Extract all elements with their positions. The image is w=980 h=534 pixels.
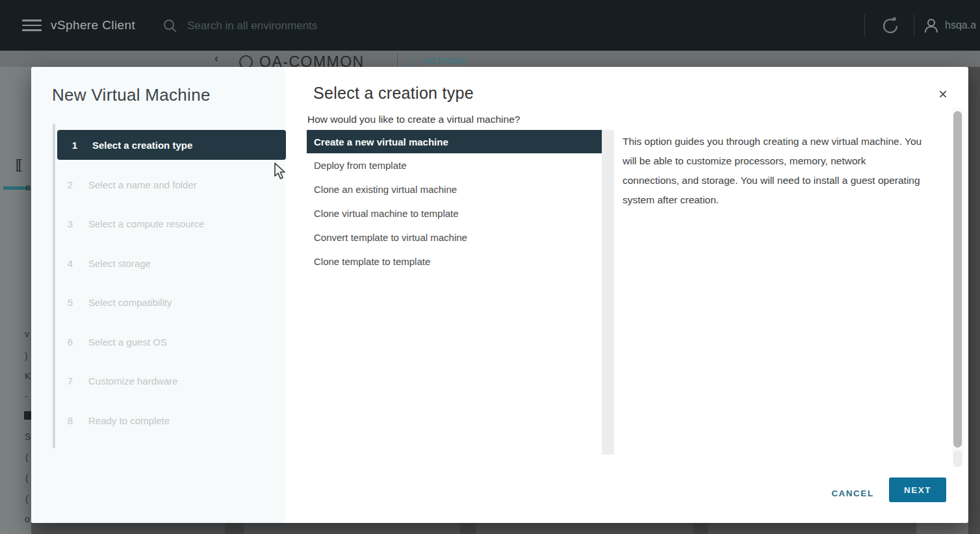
tree-fragment: v (25, 329, 29, 339)
option-convert-template-to-vm[interactable]: Convert template to virtual machine (307, 225, 602, 249)
actions-label: ACTIONS (423, 57, 467, 66)
next-button[interactable]: NEXT (889, 477, 946, 502)
step-label: Select a creation type (92, 140, 192, 151)
object-name: QA-COMMON (259, 53, 365, 67)
dialog-title: New Virtual Machine (52, 85, 211, 105)
kebab-icon: ⋮ (409, 58, 417, 65)
tree-fragment: - (25, 391, 28, 401)
tree-fragment: ( (25, 473, 29, 483)
tree-fragment: ( (25, 452, 29, 463)
step-label: Select compatibility (88, 297, 172, 308)
tree-fragment: ) (25, 351, 28, 361)
tree-fragment: al (25, 181, 31, 192)
wizard-step-7[interactable]: 7 Customize hardware (67, 371, 275, 390)
dialog-scrollbar-thumb[interactable] (953, 111, 962, 448)
step-label: Select a guest OS (88, 337, 167, 348)
option-clone-template-to-template[interactable]: Clone template to template (307, 249, 602, 273)
step-number: 6 (67, 337, 73, 348)
step-label: Select a compute resource (88, 218, 204, 229)
background-table-divider (693, 523, 708, 534)
app-title: vSphere Client (51, 18, 135, 32)
cancel-button[interactable]: CANCEL (823, 481, 883, 505)
dialog-scrollbar-track (952, 107, 964, 461)
step-number: 1 (71, 140, 78, 151)
step-label: Select a name and folder (88, 179, 197, 190)
step-number: 2 (67, 179, 73, 190)
user-menu[interactable]: hsqa.a (923, 17, 980, 34)
wizard-step-4[interactable]: 4 Select storage (67, 253, 275, 273)
search-icon (162, 18, 178, 34)
option-description: This option guides you through creating … (623, 132, 923, 210)
wizard-steps-panel: New Virtual Machine 1 Select a creation … (31, 67, 285, 523)
page-title: Select a creation type (313, 84, 474, 103)
back-chevron-icon[interactable]: ‹ (214, 52, 218, 65)
dimmed-sidebar-remnant: [[ al v ) K - S ( ( ( o n A E (0, 67, 31, 534)
tree-fragment: [[ (16, 157, 21, 172)
step-number: 7 (67, 375, 73, 387)
step-number: 3 (67, 218, 73, 229)
breadcrumb: ‹ QA-COMMON ⋮ ACTIONS (0, 51, 980, 67)
dialog-scrollbar-tail (953, 450, 962, 467)
dimmed-background-bottom (31, 523, 968, 534)
step-label: Select storage (88, 258, 151, 269)
creation-type-list: Create a new virtual machine Deploy from… (307, 130, 602, 273)
refresh-icon[interactable] (879, 14, 902, 38)
wizard-step-3[interactable]: 3 Select a compute resource (67, 214, 275, 233)
step-label: Customize hardware (88, 375, 178, 387)
background-table-divider (460, 523, 476, 534)
search-input[interactable]: Search in all environments (162, 16, 656, 36)
menu-icon[interactable] (22, 19, 42, 31)
wizard-step-5[interactable]: 5 Select compatibility (67, 292, 275, 312)
option-clone-existing-vm[interactable]: Clone an existing virtual machine (307, 177, 602, 201)
option-clone-vm-to-template[interactable]: Clone virtual machine to template (307, 201, 602, 225)
step-label: Ready to complete (88, 415, 170, 426)
topbar-divider (864, 14, 865, 36)
step-number: 8 (67, 415, 73, 426)
tree-fragment: K (25, 371, 31, 381)
wizard-step-2[interactable]: 2 Select a name and folder (67, 175, 275, 194)
wizard-step-1[interactable]: 1 Select a creation type (57, 130, 286, 160)
username: hsqa.a (945, 19, 976, 31)
wizard-step-8[interactable]: 8 Ready to complete (67, 411, 275, 430)
tree-fragment: o (25, 514, 30, 524)
background-table-divider (225, 523, 244, 534)
top-bar: vSphere Client Search in all environment… (0, 0, 980, 51)
tree-fragment: S (25, 431, 31, 442)
new-vm-wizard-dialog: New Virtual Machine 1 Select a creation … (31, 67, 968, 523)
object-icon (239, 55, 253, 67)
close-icon[interactable]: × (936, 88, 950, 102)
dimmed-background-right (968, 67, 980, 534)
tree-fragment: ( (25, 494, 29, 504)
options-scrollbar-track[interactable] (602, 130, 614, 455)
actions-menu[interactable]: ⋮ ACTIONS (409, 57, 467, 66)
user-icon (923, 17, 940, 34)
topbar-divider (914, 14, 914, 36)
steps-progress-bar (53, 123, 55, 448)
creation-type-question: How would you like to create a virtual m… (307, 114, 520, 125)
option-deploy-from-template[interactable]: Deploy from template (307, 153, 602, 177)
option-create-new-vm[interactable]: Create a new virtual machine (307, 130, 602, 153)
vm-icon (24, 411, 31, 420)
step-number: 4 (67, 258, 73, 269)
background-table-cell (916, 523, 968, 534)
step-number: 5 (67, 297, 73, 308)
search-placeholder: Search in all environments (187, 19, 317, 32)
divider (397, 53, 398, 67)
wizard-step-6[interactable]: 6 Select a guest OS (67, 332, 275, 351)
